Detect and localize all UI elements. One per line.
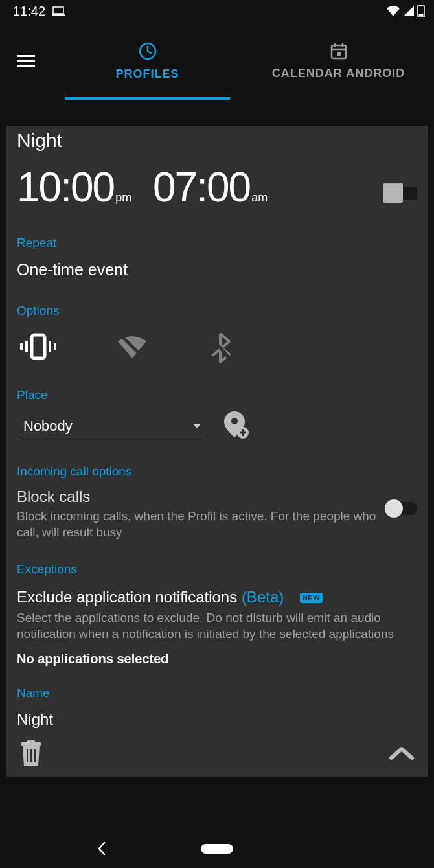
svg-rect-12 bbox=[25, 341, 28, 352]
start-time[interactable]: 10:00 pm bbox=[17, 163, 153, 211]
chevron-left-icon bbox=[97, 841, 106, 856]
status-time: 11:42 bbox=[13, 4, 45, 19]
block-calls-row[interactable]: Block calls Block incoming calls, when t… bbox=[17, 488, 378, 540]
svg-rect-11 bbox=[32, 335, 45, 358]
add-location-button[interactable] bbox=[224, 411, 249, 440]
repeat-value[interactable]: One-time event bbox=[17, 260, 417, 279]
tab-indicator bbox=[65, 97, 230, 100]
hamburger-icon bbox=[17, 55, 35, 67]
block-calls-toggle[interactable] bbox=[386, 488, 417, 515]
clock-icon bbox=[138, 41, 157, 61]
incoming-call-label: Incoming call options bbox=[17, 464, 417, 479]
nav-home-pill[interactable] bbox=[201, 844, 233, 854]
collapse-button[interactable] bbox=[389, 746, 415, 762]
wifi-icon bbox=[386, 5, 400, 17]
dropdown-icon bbox=[193, 424, 201, 429]
block-calls-desc: Block incoming calls, when the Profil is… bbox=[17, 508, 378, 540]
svg-rect-13 bbox=[20, 343, 23, 350]
svg-rect-10 bbox=[337, 52, 341, 56]
trash-icon bbox=[19, 740, 43, 768]
svg-rect-15 bbox=[54, 343, 56, 350]
options-label: Options bbox=[17, 304, 417, 318]
status-bar: 11:42 bbox=[0, 0, 434, 22]
start-time-suffix: pm bbox=[114, 191, 131, 205]
svg-rect-4 bbox=[419, 14, 424, 16]
profile-card: Night 10:00 pm 07:00 am Repeat One-time … bbox=[6, 126, 428, 777]
location-add-icon bbox=[224, 411, 249, 440]
block-calls-title: Block calls bbox=[17, 488, 378, 506]
battery-icon bbox=[417, 5, 425, 17]
profile-title: Night bbox=[17, 126, 417, 152]
delete-button[interactable] bbox=[19, 740, 43, 768]
system-nav-bar bbox=[0, 829, 434, 868]
time-row: 10:00 pm 07:00 am bbox=[17, 152, 417, 211]
bluetooth-off-icon[interactable] bbox=[207, 332, 233, 363]
app-bar: PROFILES CALENDAR ANDROID bbox=[0, 22, 434, 100]
end-time[interactable]: 07:00 am bbox=[153, 163, 289, 211]
svg-rect-3 bbox=[420, 5, 422, 6]
end-time-value: 07:00 bbox=[153, 163, 250, 211]
exclude-desc: Select the applications to exclude. Do n… bbox=[17, 610, 417, 642]
exclude-beta: (Beta) bbox=[242, 588, 284, 606]
svg-rect-0 bbox=[53, 7, 63, 14]
place-value: Nobody bbox=[23, 418, 73, 435]
start-time-value: 10:00 bbox=[17, 163, 114, 211]
name-label: Name bbox=[17, 686, 417, 700]
calendar-icon bbox=[330, 42, 348, 60]
tabs: PROFILES CALENDAR ANDROID bbox=[52, 22, 434, 100]
svg-rect-21 bbox=[27, 740, 35, 743]
signal-icon bbox=[403, 5, 415, 17]
svg-point-18 bbox=[231, 418, 238, 424]
name-input[interactable]: Night bbox=[17, 703, 417, 731]
tab-calendar[interactable]: CALENDAR ANDROID bbox=[243, 22, 434, 100]
tab-profiles[interactable]: PROFILES bbox=[52, 22, 243, 100]
profile-enable-toggle[interactable] bbox=[386, 187, 417, 200]
svg-rect-1 bbox=[52, 14, 65, 16]
new-badge: NEW bbox=[300, 593, 323, 603]
vibrate-icon[interactable] bbox=[19, 332, 57, 363]
repeat-label: Repeat bbox=[17, 236, 417, 250]
exclude-title: Exclude application notifications bbox=[17, 588, 242, 606]
wifi-off-icon[interactable] bbox=[115, 332, 149, 363]
laptop-icon bbox=[52, 6, 65, 16]
chevron-up-icon bbox=[389, 746, 415, 762]
end-time-suffix: am bbox=[250, 191, 268, 205]
tab-calendar-label: CALENDAR ANDROID bbox=[272, 67, 405, 80]
place-label: Place bbox=[17, 388, 417, 402]
exceptions-label: Exceptions bbox=[17, 562, 417, 577]
exclude-apps-row[interactable]: Exclude application notifications (Beta)… bbox=[17, 588, 417, 606]
svg-rect-14 bbox=[49, 341, 51, 352]
exclude-none: No applications selected bbox=[17, 652, 417, 667]
nav-back-button[interactable] bbox=[97, 841, 106, 856]
menu-button[interactable] bbox=[0, 22, 52, 100]
place-select[interactable]: Nobody bbox=[17, 413, 205, 439]
tab-profiles-label: PROFILES bbox=[115, 67, 179, 81]
